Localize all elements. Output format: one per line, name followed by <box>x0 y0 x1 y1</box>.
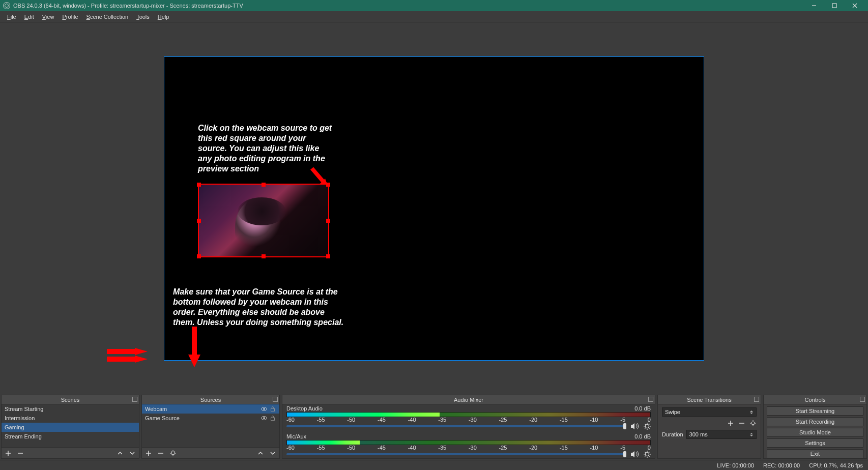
remove-source-button[interactable] <box>157 450 164 457</box>
menu-file[interactable]: File <box>3 11 20 22</box>
svg-point-2 <box>263 408 265 410</box>
svg-point-10 <box>751 422 755 425</box>
maximize-button[interactable] <box>824 0 845 11</box>
visibility-icon[interactable] <box>261 405 268 413</box>
menu-scene-collection[interactable]: Scene Collection <box>82 11 133 22</box>
remove-scene-button[interactable] <box>17 450 24 457</box>
menu-view[interactable]: View <box>38 11 59 22</box>
svg-rect-0 <box>832 4 836 8</box>
scene-transitions-dock: Scene Transitions Swipe Duration 300 ms <box>657 395 761 459</box>
popout-icon[interactable] <box>648 397 653 402</box>
audio-channel: Desktop Audio0.0 dB -60-55-50-45-40-35-3… <box>282 404 655 432</box>
audio-channel-name: Desktop Audio <box>286 405 323 412</box>
audio-meter <box>286 412 651 417</box>
preview-canvas[interactable]: Click on the webcam source to get this r… <box>164 56 704 361</box>
popout-icon[interactable] <box>860 397 865 402</box>
duration-label: Duration <box>662 431 683 437</box>
controls-dock: Controls Start Streaming Start Recording… <box>763 395 867 459</box>
scenes-header: Scenes <box>2 395 139 404</box>
duration-input[interactable]: 300 ms <box>686 430 757 439</box>
menu-help[interactable]: Help <box>154 11 173 22</box>
audio-mixer-body: Desktop Audio0.0 dB -60-55-50-45-40-35-3… <box>282 404 655 458</box>
audio-channel: Mic/Aux0.0 dB -60-55-50-45-40-35-30-25-2… <box>282 432 655 458</box>
svg-rect-3 <box>271 408 275 411</box>
controls-header: Controls <box>764 395 866 404</box>
audio-channel-db: 0.0 dB <box>634 433 651 439</box>
sources-list[interactable]: Webcam Game Source <box>142 404 279 447</box>
menu-edit[interactable]: Edit <box>20 11 38 22</box>
sources-dock: Sources Webcam Game Source <box>141 395 280 459</box>
audio-channel-db: 0.0 dB <box>634 405 651 412</box>
lock-icon[interactable] <box>269 415 276 422</box>
webcam-source-selection[interactable] <box>198 184 329 257</box>
source-item[interactable]: Webcam <box>142 404 279 414</box>
status-bar: LIVE: 00:00:00 REC: 00:00:00 CPU: 0.7%, … <box>0 460 868 470</box>
source-item[interactable]: Game Source <box>142 414 279 423</box>
scene-item[interactable]: Stream Ending <box>2 432 139 441</box>
volume-slider[interactable] <box>286 425 626 427</box>
bottom-docks: Scenes Stream Starting Intermission Gami… <box>0 395 868 460</box>
status-cpu: CPU: 0.7%, 44.26 fps <box>809 462 863 468</box>
add-source-button[interactable] <box>145 450 152 457</box>
move-source-down-button[interactable] <box>269 450 276 457</box>
tutorial-annotation-2: Make sure that your Game Source is at th… <box>173 287 346 328</box>
gear-icon[interactable] <box>644 423 651 430</box>
window-titlebar: OBS 24.0.3 (64-bit, windows) - Profile: … <box>0 0 868 11</box>
window-title: OBS 24.0.3 (64-bit, windows) - Profile: … <box>13 3 243 9</box>
source-properties-button[interactable] <box>169 450 177 457</box>
speaker-icon[interactable] <box>630 451 640 458</box>
minimize-button[interactable] <box>804 0 824 11</box>
scene-transitions-header: Scene Transitions <box>658 395 761 404</box>
scenes-list[interactable]: Stream Starting Intermission Gaming Stre… <box>2 404 139 447</box>
close-button[interactable] <box>845 0 865 11</box>
arrow-icon <box>187 327 202 367</box>
start-streaming-button[interactable]: Start Streaming <box>767 406 863 416</box>
menu-tools[interactable]: Tools <box>132 11 154 22</box>
move-scene-down-button[interactable] <box>129 450 136 457</box>
remove-transition-button[interactable] <box>738 420 745 427</box>
scene-item[interactable]: Stream Starting <box>2 404 139 414</box>
exit-button[interactable]: Exit <box>767 449 863 458</box>
move-source-up-button[interactable] <box>257 450 264 457</box>
sources-header: Sources <box>142 395 279 404</box>
gear-icon[interactable] <box>644 451 651 458</box>
menu-profile[interactable]: Profile <box>58 11 82 22</box>
start-recording-button[interactable]: Start Recording <box>767 417 863 426</box>
audio-channel-name: Mic/Aux <box>286 433 306 439</box>
audio-ticks: -60-55-50-45-40-35-30-25-20-15-10-50 <box>286 446 651 450</box>
audio-ticks: -60-55-50-45-40-35-30-25-20-15-10-50 <box>286 418 651 422</box>
add-transition-button[interactable] <box>727 420 734 427</box>
studio-mode-button[interactable]: Studio Mode <box>767 428 863 437</box>
svg-point-9 <box>646 453 649 456</box>
audio-mixer-dock: Audio Mixer Desktop Audio0.0 dB -60-55-5… <box>282 395 655 459</box>
obs-logo-icon <box>3 2 10 9</box>
scene-item[interactable]: Gaming <box>2 423 139 432</box>
preview-area: Click on the webcam source to get this r… <box>0 22 868 395</box>
add-scene-button[interactable] <box>5 450 12 457</box>
volume-slider[interactable] <box>286 453 626 455</box>
svg-point-7 <box>171 452 175 455</box>
svg-rect-6 <box>271 418 275 420</box>
move-scene-up-button[interactable] <box>117 450 124 457</box>
settings-button[interactable]: Settings <box>767 438 863 448</box>
audio-meter <box>286 440 651 445</box>
speaker-icon[interactable] <box>630 423 640 430</box>
arrow-icon <box>107 348 148 355</box>
scenes-dock: Scenes Stream Starting Intermission Gami… <box>1 395 139 459</box>
lock-icon[interactable] <box>269 405 276 413</box>
svg-point-8 <box>646 425 649 428</box>
status-live: LIVE: 00:00:00 <box>717 462 754 468</box>
svg-point-5 <box>263 417 265 419</box>
menu-bar: File Edit View Profile Scene Collection … <box>0 11 868 22</box>
status-rec: REC: 00:00:00 <box>763 462 800 468</box>
audio-mixer-header: Audio Mixer <box>282 395 655 404</box>
scene-item[interactable]: Intermission <box>2 414 139 423</box>
popout-icon[interactable] <box>273 397 278 402</box>
arrow-icon <box>107 356 148 363</box>
transition-properties-button[interactable] <box>749 420 757 427</box>
visibility-icon[interactable] <box>261 415 268 422</box>
webcam-preview-image <box>199 185 328 256</box>
transition-select[interactable]: Swipe <box>662 407 757 417</box>
popout-icon[interactable] <box>132 397 137 402</box>
popout-icon[interactable] <box>754 397 759 402</box>
